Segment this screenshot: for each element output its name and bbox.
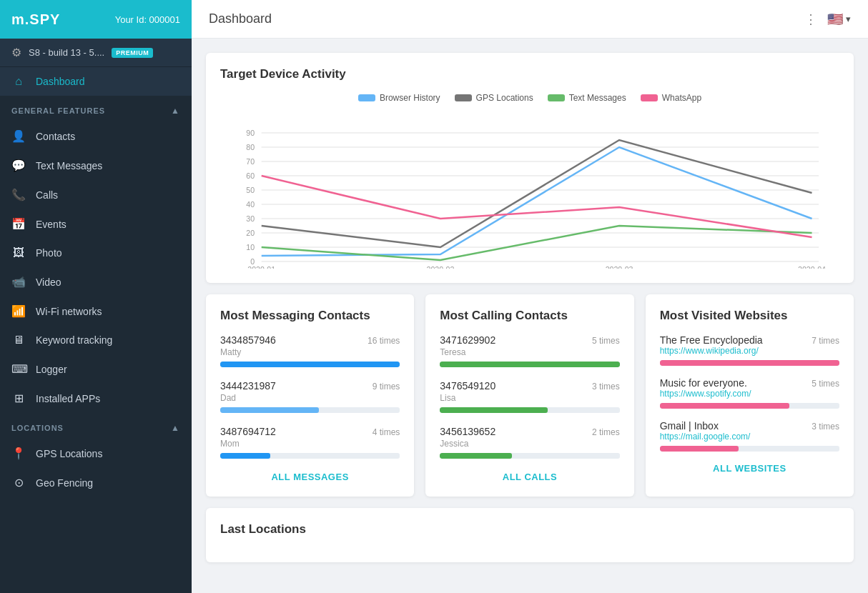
sidebar-item-events[interactable]: 📅 Events — [0, 209, 192, 239]
website-item: Gmail | Inbox https://mail.google.com/ 3… — [660, 420, 839, 452]
svg-text:30: 30 — [246, 214, 255, 223]
sidebar-item-wifi[interactable]: 📶 Wi-Fi networks — [0, 296, 192, 326]
svg-text:2020-03: 2020-03 — [606, 265, 633, 269]
sidebar-item-calls[interactable]: 📞 Calls — [0, 180, 192, 209]
website-title: Gmail | Inbox — [660, 420, 751, 432]
line-gps-locations — [262, 140, 812, 247]
website-info: The Free Encyclopedia https://www.wikipe… — [660, 334, 763, 360]
sidebar-item-text-messages[interactable]: 💬 Text Messages — [0, 151, 192, 180]
contact-row: 3434857946 16 times — [220, 334, 400, 346]
sidebar-item-dashboard[interactable]: ⌂ Dashboard — [0, 67, 192, 96]
flag-icon: 🇺🇸 — [827, 11, 843, 27]
contact-number: 3471629902 — [440, 334, 495, 346]
website-bar-bg — [660, 360, 839, 366]
contact-bar-bg — [220, 453, 400, 459]
website-info: Music for everyone. https://www.spotify.… — [660, 377, 751, 403]
svg-text:90: 90 — [246, 129, 255, 137]
legend-label: GPS Locations — [476, 93, 533, 103]
website-row: Music for everyone. https://www.spotify.… — [660, 377, 839, 403]
sidebar-item-label: Logger — [36, 364, 67, 375]
website-url[interactable]: https://www.wikipedia.org/ — [660, 346, 763, 356]
contact-name: Jessica — [440, 439, 619, 449]
sidebar-item-label: Calls — [36, 189, 58, 201]
home-icon: ⌂ — [11, 75, 26, 88]
all-calls-link[interactable]: ALL CALLS — [440, 472, 619, 482]
sidebar-item-label: Wi-Fi networks — [36, 306, 102, 317]
website-title: The Free Encyclopedia — [660, 334, 763, 346]
messaging-card-title: Most Messaging Contacts — [220, 309, 400, 323]
legend-color-dot — [358, 94, 375, 101]
website-row: The Free Encyclopedia https://www.wikipe… — [660, 334, 839, 360]
contact-times: 16 times — [368, 336, 400, 346]
website-bar-bg — [660, 403, 839, 409]
svg-text:2020-01: 2020-01 — [247, 265, 275, 269]
activity-chart-card: Target Device Activity Browser History G… — [206, 53, 854, 283]
legend-label: WhatsApp — [662, 93, 701, 103]
contact-name: Matty — [220, 347, 400, 357]
sidebar-item-label: GPS Locations — [36, 448, 102, 459]
contact-number: 3456139652 — [440, 426, 495, 437]
dropdown-arrow-icon: ▾ — [846, 14, 851, 24]
sidebar-item-installed-apps[interactable]: ⊞ Installed APPs — [0, 384, 192, 413]
gps-icon: 📍 — [11, 447, 26, 460]
contact-row: 3487694712 4 times — [220, 426, 400, 437]
page-title: Dashboard — [209, 11, 272, 26]
premium-badge: PREMIUM — [112, 48, 153, 58]
chart-container: Browser History GPS Locations Text Messa… — [220, 93, 839, 269]
contact-bar-fill — [220, 362, 400, 367]
website-url[interactable]: https://mail.google.com/ — [660, 432, 751, 442]
stats-cards-grid: Most Messaging Contacts 3434857946 16 ti… — [206, 294, 854, 497]
topbar: Dashboard ⋮ 🇺🇸 ▾ — [192, 0, 868, 39]
contact-item: 3476549120 3 times Lisa — [440, 380, 619, 413]
website-times: 5 times — [812, 379, 839, 389]
contact-bar-fill — [220, 453, 270, 459]
all-messages-link[interactable]: ALL MESSAGES — [220, 472, 400, 482]
call-icon: 📞 — [11, 188, 26, 201]
user-id: Your Id: 000001 — [115, 14, 180, 25]
sidebar-item-gps-locations[interactable]: 📍 GPS Locations — [0, 439, 192, 468]
contact-name: Dad — [220, 393, 400, 403]
sidebar-item-contacts[interactable]: 👤 Contacts — [0, 121, 192, 151]
general-features-header: GENERAL FEATURES ▲ — [0, 96, 192, 121]
all-websites-link[interactable]: ALL WEBSITES — [660, 463, 839, 474]
sidebar-item-keyword-tracking[interactable]: 🖥 Keyword tracking — [0, 326, 192, 354]
chart-title: Target Device Activity — [220, 67, 839, 81]
website-item: The Free Encyclopedia https://www.wikipe… — [660, 334, 839, 366]
events-icon: 📅 — [11, 217, 26, 231]
contact-row: 3476549120 3 times — [440, 380, 619, 392]
sidebar-item-label: Dashboard — [36, 76, 85, 87]
last-locations-title: Last Locations — [220, 522, 839, 537]
wifi-icon: 📶 — [11, 304, 26, 318]
contact-item: 3434857946 16 times Matty — [220, 334, 400, 367]
contact-times: 2 times — [592, 427, 620, 437]
legend-color-dot — [641, 94, 658, 101]
contact-item: 3456139652 2 times Jessica — [440, 426, 619, 459]
website-url[interactable]: https://www.spotify.com/ — [660, 389, 751, 399]
contact-times: 9 times — [373, 382, 400, 392]
sidebar-item-label: Geo Fencing — [36, 477, 93, 489]
svg-text:60: 60 — [246, 171, 255, 180]
more-options-icon[interactable]: ⋮ — [804, 11, 819, 27]
contact-bar-fill — [440, 453, 512, 459]
contact-times: 5 times — [592, 336, 620, 346]
geofence-icon: ⊙ — [11, 476, 26, 489]
legend-label: Text Messages — [569, 93, 626, 103]
website-bar-fill — [660, 446, 739, 452]
contact-bar-fill — [440, 407, 548, 413]
website-times: 3 times — [812, 422, 839, 432]
photo-icon: 🖼 — [11, 246, 26, 259]
language-selector[interactable]: 🇺🇸 ▾ — [827, 11, 851, 27]
svg-text:2020-04: 2020-04 — [798, 265, 826, 269]
sidebar-item-photo[interactable]: 🖼 Photo — [0, 239, 192, 267]
contact-row: 3471629902 5 times — [440, 334, 619, 346]
last-locations-card: Last Locations — [206, 508, 854, 562]
contact-bar-bg — [220, 407, 400, 413]
contact-bar-bg — [440, 362, 619, 367]
sidebar-item-logger[interactable]: ⌨ Logger — [0, 354, 192, 384]
website-times: 7 times — [812, 336, 839, 346]
sidebar: m.SPY Your Id: 000001 ⚙ S8 - build 13 - … — [0, 0, 192, 593]
logger-icon: ⌨ — [11, 362, 26, 376]
sidebar-item-video[interactable]: 📹 Video — [0, 267, 192, 296]
sidebar-item-label: Video — [36, 276, 61, 288]
sidebar-item-geo-fencing[interactable]: ⊙ Geo Fencing — [0, 468, 192, 497]
